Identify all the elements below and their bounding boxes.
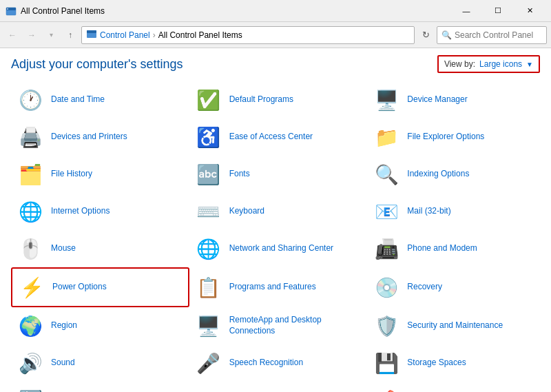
fonts-icon: 🔤 bbox=[195, 161, 222, 188]
control-item-indexing[interactable]: 🔍Indexing Options bbox=[367, 156, 545, 193]
path-separator-1: › bbox=[153, 30, 156, 40]
remote-app-label: RemoteApp and Desktop Connections bbox=[229, 315, 362, 336]
taskbar-icon: 📌 bbox=[373, 386, 400, 392]
mouse-label: Mouse bbox=[51, 243, 76, 254]
internet-options-icon: 🌐 bbox=[17, 198, 44, 225]
control-item-internet-options[interactable]: 🌐Internet Options bbox=[11, 193, 189, 230]
control-item-devices-printers[interactable]: 🖨️Devices and Printers bbox=[11, 118, 189, 156]
content-header: Adjust your computer's settings View by:… bbox=[0, 48, 551, 79]
control-item-device-manager[interactable]: 🖥️Device Manager bbox=[367, 81, 545, 118]
recovery-icon: 💿 bbox=[373, 274, 400, 301]
network-icon: 🌐 bbox=[195, 235, 222, 262]
window-icon bbox=[6, 6, 17, 17]
recent-button[interactable]: ▾ bbox=[43, 27, 59, 43]
security-maintenance-icon: 🛡️ bbox=[373, 312, 400, 340]
sound-icon: 🔊 bbox=[17, 349, 44, 377]
close-button[interactable]: ✕ bbox=[514, 0, 545, 22]
file-history-icon: 🗂️ bbox=[17, 161, 44, 188]
sound-label: Sound bbox=[51, 358, 75, 369]
address-icon bbox=[86, 28, 97, 41]
speech-label: Speech Recognition bbox=[229, 358, 303, 369]
breadcrumb-control-panel[interactable]: Control Panel bbox=[100, 30, 150, 40]
breadcrumb-all-items[interactable]: All Control Panel Items bbox=[158, 30, 242, 40]
device-manager-icon: 🖥️ bbox=[373, 86, 400, 114]
default-programs-icon: ✅ bbox=[195, 86, 222, 114]
control-item-phone-modem[interactable]: 📠Phone and Modem bbox=[367, 230, 545, 267]
internet-options-label: Internet Options bbox=[51, 206, 110, 217]
control-item-programs-features[interactable]: 📋Programs and Features bbox=[189, 267, 368, 307]
recovery-label: Recovery bbox=[407, 282, 442, 293]
control-item-remote-app[interactable]: 🖥️RemoteApp and Desktop Connections bbox=[189, 307, 368, 344]
system-icon: 💻 bbox=[195, 386, 222, 392]
storage-label: Storage Spaces bbox=[407, 358, 466, 369]
devices-printers-label: Devices and Printers bbox=[51, 132, 127, 143]
control-panel-grid: 🕐Date and Time✅Default Programs🖥️Device … bbox=[11, 81, 545, 392]
control-item-sound[interactable]: 🔊Sound bbox=[11, 344, 189, 382]
view-by-value[interactable]: Large icons bbox=[479, 59, 522, 69]
back-button[interactable]: ← bbox=[4, 27, 21, 43]
control-item-system[interactable]: 💻System bbox=[189, 382, 368, 392]
window-title: All Control Panel Items bbox=[21, 6, 450, 16]
mouse-icon: 🖱️ bbox=[17, 235, 44, 262]
control-item-fonts[interactable]: 🔤Fonts bbox=[189, 156, 368, 193]
phone-modem-label: Phone and Modem bbox=[407, 243, 477, 254]
control-item-mail[interactable]: 📧Mail (32-bit) bbox=[367, 193, 545, 230]
control-item-file-history[interactable]: 🗂️File History bbox=[11, 156, 189, 193]
fonts-label: Fonts bbox=[229, 169, 250, 180]
phone-modem-icon: 📠 bbox=[373, 235, 400, 262]
control-item-mouse[interactable]: 🖱️Mouse bbox=[11, 230, 189, 267]
mail-icon: 📧 bbox=[373, 198, 400, 225]
date-time-icon: 🕐 bbox=[17, 86, 44, 114]
ease-of-access-icon: ♿ bbox=[195, 123, 222, 151]
ease-of-access-label: Ease of Access Center bbox=[229, 132, 313, 143]
items-grid-area: 🕐Date and Time✅Default Programs🖥️Device … bbox=[0, 79, 551, 392]
storage-icon: 💾 bbox=[373, 349, 400, 377]
control-item-keyboard[interactable]: ⌨️Keyboard bbox=[189, 193, 368, 230]
refresh-button[interactable]: ↻ bbox=[417, 27, 434, 43]
address-bar: ← → ▾ ↑ Control Panel › All Control Pane… bbox=[0, 22, 551, 48]
date-time-label: Date and Time bbox=[51, 94, 105, 105]
window-controls: — ☐ ✕ bbox=[450, 0, 545, 22]
up-button[interactable]: ↑ bbox=[62, 27, 79, 43]
svg-rect-4 bbox=[87, 30, 96, 33]
file-explorer-label: File Explorer Options bbox=[407, 132, 484, 143]
chevron-down-icon: ▼ bbox=[526, 61, 533, 68]
control-item-date-time[interactable]: 🕐Date and Time bbox=[11, 81, 189, 118]
control-item-storage[interactable]: 💾Storage Spaces bbox=[367, 344, 545, 382]
control-item-ease-of-access[interactable]: ♿Ease of Access Center bbox=[189, 118, 368, 156]
power-options-icon: ⚡ bbox=[18, 274, 45, 301]
view-by-label: View by: bbox=[444, 59, 475, 69]
mail-label: Mail (32-bit) bbox=[407, 206, 450, 217]
control-item-default-programs[interactable]: ✅Default Programs bbox=[189, 81, 368, 118]
minimize-button[interactable]: — bbox=[450, 0, 482, 22]
devices-printers-icon: 🖨️ bbox=[17, 123, 44, 151]
control-item-file-explorer[interactable]: 📁File Explorer Options bbox=[367, 118, 545, 156]
control-item-network[interactable]: 🌐Network and Sharing Center bbox=[189, 230, 368, 267]
address-path: Control Panel › All Control Panel Items bbox=[100, 30, 242, 40]
control-item-sync-center[interactable]: 🔄Sync Center bbox=[11, 382, 189, 392]
default-programs-label: Default Programs bbox=[229, 94, 293, 105]
control-item-speech[interactable]: 🎤Speech Recognition bbox=[189, 344, 368, 382]
region-label: Region bbox=[51, 320, 77, 331]
control-item-security-maintenance[interactable]: 🛡️Security and Maintenance bbox=[367, 307, 545, 344]
indexing-icon: 🔍 bbox=[373, 161, 400, 188]
view-by-control[interactable]: View by: Large icons ▼ bbox=[437, 55, 540, 73]
keyboard-icon: ⌨️ bbox=[195, 198, 222, 225]
maximize-button[interactable]: ☐ bbox=[482, 0, 514, 22]
search-box[interactable]: 🔍 bbox=[437, 26, 547, 44]
power-options-label: Power Options bbox=[52, 282, 107, 293]
speech-icon: 🎤 bbox=[195, 349, 222, 377]
address-box[interactable]: Control Panel › All Control Panel Items bbox=[81, 26, 415, 44]
file-history-label: File History bbox=[51, 169, 92, 180]
control-item-region[interactable]: 🌍Region bbox=[11, 307, 189, 344]
control-item-taskbar[interactable]: 📌Taskbar and Navigation bbox=[367, 382, 545, 392]
security-maintenance-label: Security and Maintenance bbox=[407, 320, 503, 331]
page-heading: Adjust your computer's settings bbox=[11, 57, 183, 72]
control-item-power-options[interactable]: ⚡Power Options bbox=[11, 267, 189, 307]
search-input[interactable] bbox=[455, 30, 542, 40]
network-label: Network and Sharing Center bbox=[229, 243, 333, 254]
control-item-recovery[interactable]: 💿Recovery bbox=[367, 267, 545, 307]
forward-button[interactable]: → bbox=[23, 27, 40, 43]
programs-features-label: Programs and Features bbox=[229, 282, 316, 293]
search-icon: 🔍 bbox=[441, 30, 452, 40]
